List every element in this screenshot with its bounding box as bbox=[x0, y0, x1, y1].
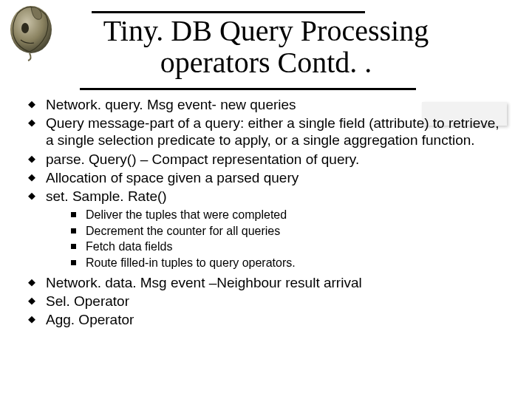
slide-title: Tiny. DB Query Processing operators Cont… bbox=[0, 15, 532, 78]
sub-bullet-text: Decrement the counter for all queries bbox=[86, 225, 280, 237]
slide: Tiny. DB Query Processing operators Cont… bbox=[0, 0, 532, 399]
decorative-rule-top bbox=[92, 11, 365, 13]
list-item: Sel. Operator bbox=[25, 293, 510, 310]
list-item: Agg. Operator bbox=[25, 311, 510, 328]
list-item: Allocation of space given a parsed query bbox=[25, 169, 510, 186]
list-item: Route filled-in tuples to query operator… bbox=[69, 256, 510, 270]
sub-bullet-text: Route filled-in tuples to query operator… bbox=[86, 256, 296, 269]
slide-body: Network. query. Msg event- new queries Q… bbox=[25, 96, 510, 330]
list-item: Decrement the counter for all queries bbox=[69, 224, 510, 239]
bullet-text: Allocation of space given a parsed query bbox=[46, 170, 299, 185]
bullet-list-2: Network. data. Msg event –Neighbour resu… bbox=[25, 274, 510, 329]
list-item: parse. Query() – Compact representation … bbox=[25, 151, 510, 168]
title-line-1: Tiny. DB Query Processing bbox=[103, 14, 429, 47]
list-item: Query message-part of a query: either a … bbox=[25, 115, 510, 149]
bullet-text: parse. Query() – Compact representation … bbox=[46, 151, 359, 167]
bullet-text: Query message-part of a query: either a … bbox=[46, 115, 499, 148]
list-item: Network. data. Msg event –Neighbour resu… bbox=[25, 274, 510, 291]
bullet-text: Agg. Operator bbox=[46, 312, 134, 327]
sub-bullet-text: Fetch data fields bbox=[86, 240, 172, 253]
list-item: Network. query. Msg event- new queries bbox=[25, 96, 510, 113]
bullet-text: Network. query. Msg event- new queries bbox=[46, 97, 296, 112]
list-item: set. Sample. Rate() bbox=[25, 188, 510, 205]
sub-bullet-text: Deliver the tuples that were completed bbox=[86, 208, 287, 221]
title-line-2: operators Contd. . bbox=[160, 46, 372, 79]
bullet-text: Network. data. Msg event –Neighbour resu… bbox=[46, 275, 362, 290]
bullet-text: set. Sample. Rate() bbox=[46, 188, 167, 204]
bullet-list: Network. query. Msg event- new queries Q… bbox=[25, 96, 510, 205]
list-item: Fetch data fields bbox=[69, 239, 510, 254]
bullet-text: Sel. Operator bbox=[46, 293, 129, 309]
list-item: Deliver the tuples that were completed bbox=[69, 208, 510, 222]
sub-bullet-list: Deliver the tuples that were completed D… bbox=[69, 208, 510, 270]
decorative-rule-bottom bbox=[80, 88, 416, 90]
